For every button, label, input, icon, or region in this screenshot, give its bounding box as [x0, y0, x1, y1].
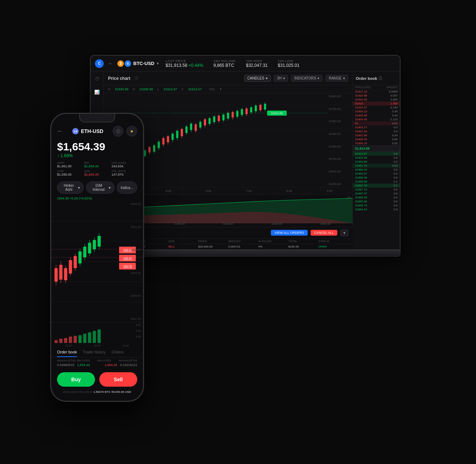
ob-bid-row[interactable]: 31895.790.0 [353, 203, 400, 207]
phone: ← Ξ$ ETH-USD ⓘ ★ $1,654.39 ↑ 1.69% HIGH [50, 113, 144, 402]
volume-label: 24H VOLUME [213, 59, 236, 63]
ob-bid-row[interactable]: 31894.100.0 [353, 207, 400, 211]
back-button[interactable]: ← [108, 61, 113, 66]
candles-button[interactable]: CANDLES ▾ [244, 75, 271, 82]
ob-bid-row[interactable]: 31897.790.1 [353, 184, 400, 188]
ob-ask-row[interactable]: 31905.880.44 [353, 113, 400, 117]
ob-bid-row[interactable]: 31899.600.1 [353, 180, 400, 184]
last-price-label: LAST PRICE [166, 59, 203, 63]
phone-ob-area: Amount (ETH) Bid (USD) Ask (USD) Amount … [51, 357, 143, 369]
phone-time-labels: 21:30 22:00 22:30 [51, 344, 143, 348]
ob-bid-row[interactable]: 31895.600.0 [353, 199, 400, 203]
col-total: TOTAL [289, 240, 319, 243]
chart-info-icon[interactable]: ⓘ [135, 76, 138, 81]
phone-price-scale: 1660.00 1657.50 1655.00 1652.50 1650.00 … [130, 201, 141, 322]
ob-ask-row[interactable]: 31911.180.0060 [353, 90, 400, 94]
ob-ask-row[interactable]: 31900.100.02 [353, 141, 400, 145]
phone-controls: Heikin Ashi ▾ 15M Interval ▾ Indica... [51, 179, 143, 196]
ob-bid-row[interactable]: 31897.570.0 [353, 192, 400, 196]
phone-ob-row[interactable]: 0.54965533 1,654.44 1,654.45 0.10216121 [57, 363, 137, 367]
sell-button[interactable]: Sell [99, 372, 137, 387]
btc-icon: ₿ [117, 60, 124, 67]
ob-bid-row[interactable]: 31896.460.0 [353, 196, 400, 199]
ob-bid-row[interactable]: 31901.790.04 [353, 164, 400, 168]
pair-label: BTC-USD [133, 61, 155, 66]
chart-icon[interactable]: 📊 [93, 88, 101, 96]
exchange-logo[interactable]: C [95, 59, 104, 68]
eth-usd-icon: Ξ$ [72, 128, 79, 134]
tab-trade-history[interactable]: Trade history [83, 348, 106, 357]
phone-chart-area[interactable]: 1656.04 1655.00 1654.38 1660.00 1657.50 … [51, 201, 143, 322]
ob-info-icon[interactable]: ⓘ [378, 76, 382, 81]
ob-ask-row[interactable]: 31910.400.000 [353, 98, 400, 102]
price-labels: 32000.00 31750.00 31500.00 31250.00 3100… [327, 93, 352, 187]
chart-type-button[interactable]: Heikin Ashi ▾ [57, 181, 84, 194]
phone-topbar: ← Ξ$ ETH-USD ⓘ ★ [51, 123, 143, 139]
svg-rect-28 [158, 142, 160, 148]
phone-low-label: LOW [57, 169, 83, 173]
phone-ob-amount-eth2: 0.10216121 [117, 363, 138, 367]
interval-button[interactable]: 15M Interval ▾ [86, 181, 114, 194]
ticker-stats: LAST PRICE $31,913.58 +0.44% 24H VOLUME … [166, 59, 300, 68]
ob-bid-row[interactable]: 31899.460.0 [353, 176, 400, 180]
order-book-panel: Order book ⓘ PRICE (USD) AMOUNT 31911.18… [353, 72, 400, 249]
order-book-title: Order book ⓘ [353, 72, 400, 85]
col-status: STATUS [319, 240, 349, 243]
chart-toolbar: Price chart ⓘ CANDLES ▾ 3H ▾ [104, 72, 352, 85]
svg-rect-42 [190, 124, 192, 130]
low-label: 24H LOW [278, 59, 299, 63]
svg-rect-26 [153, 145, 155, 152]
interval-button[interactable]: 3H ▾ [274, 75, 288, 82]
ob-ask-row[interactable]: 31902.180.0 [353, 129, 400, 133]
tab-order-book[interactable]: Order book [57, 348, 77, 357]
low-value: $31,025.01 [278, 63, 299, 68]
buy-button[interactable]: Buy [57, 372, 95, 387]
ohlc-vol: 7 [220, 87, 221, 91]
ob-ask-row[interactable]: 31910.370.140 [353, 106, 400, 109]
ob-ask-row[interactable]: 31906.180.35 [353, 109, 400, 113]
view-all-orders-button[interactable]: VIEW ALL ORDERS [271, 230, 308, 236]
phone-vol-usd-value: 244,634. [112, 164, 137, 168]
svg-rect-72 [259, 105, 261, 110]
ob-bid-row[interactable]: 31903.480.0 [353, 156, 400, 160]
ob-bid-row[interactable]: 31902.600.0 [353, 160, 400, 164]
phone-info-button[interactable]: ⓘ [113, 126, 124, 137]
col-filled: % FILLED [258, 240, 288, 243]
laptop-topbar: C ← ₿ $ BTC-USD ▾ LAST PRICE [91, 56, 400, 72]
ob-ask-row[interactable]: 31910.1.300 [353, 102, 400, 106]
phone-favorite-button[interactable]: ★ [126, 126, 137, 137]
ob-bid-row[interactable]: 31900.570.0 [353, 172, 400, 176]
svg-rect-120 [98, 330, 101, 343]
phone-vol-eth-value: 147,870. [112, 173, 137, 176]
phone-ob-col-ask: Ask (USD) [97, 359, 117, 362]
svg-rect-116 [78, 335, 82, 343]
indicators-button[interactable]: Indica... [117, 181, 137, 194]
cancel-all-button[interactable]: CANCEL ALL [311, 230, 337, 236]
ohlc-open: 31930.99 [115, 87, 129, 91]
ob-column-headers: PRICE (USD) AMOUNT [353, 85, 400, 90]
tab-orders[interactable]: Orders [112, 348, 124, 357]
svg-rect-58 [227, 113, 229, 119]
ob-ask-row[interactable]: 31903.370.0 [353, 125, 400, 129]
ob-ask-row[interactable]: 31901.880.34 [353, 133, 400, 137]
ob-ask-row[interactable]: 31900.400.00 [353, 137, 400, 141]
indicators-button[interactable]: INDICATORS ▾ [291, 75, 323, 82]
col-side: SIDE [168, 240, 198, 243]
ob-bid-row[interactable]: 31897.100.0 [353, 188, 400, 192]
ob-bid-row[interactable]: 31900.100.0 [353, 168, 400, 172]
pair-selector[interactable]: ₿ $ BTC-USD ▾ [117, 60, 159, 67]
phone-ob-amount-eth: 0.54965533 [57, 363, 77, 367]
ob-ask-row[interactable]: 31904.402.110 [353, 117, 400, 121]
ob-ask-row[interactable]: 31910.880.037 [353, 94, 400, 98]
svg-rect-114 [69, 336, 72, 343]
phone-tabs: Order book Trade history Orders [51, 348, 143, 357]
clock-icon[interactable]: ⏱ [93, 75, 101, 83]
col-price: PRICE [198, 240, 228, 243]
ob-ask-row[interactable]: 310.01 [353, 121, 400, 125]
orders-dropdown-button[interactable]: ▾ [340, 229, 349, 236]
phone-back-button[interactable]: ← [57, 128, 63, 134]
range-button[interactable]: RANGE ▾ [325, 75, 348, 82]
col-amount: AMOUNT [228, 240, 258, 243]
svg-rect-56 [222, 115, 225, 120]
ob-bid-row[interactable]: 31913.970.0 [353, 152, 400, 156]
